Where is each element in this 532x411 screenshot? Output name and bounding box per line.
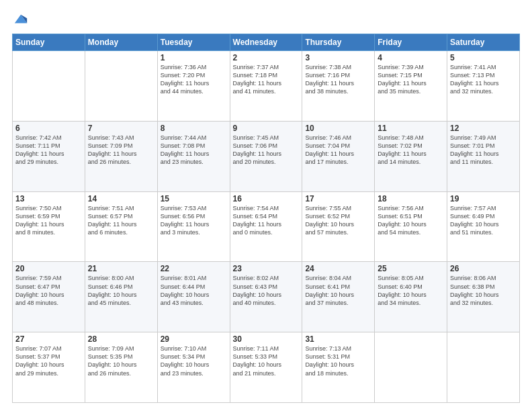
calendar-cell: 29Sunrise: 7:10 AMSunset: 5:34 PMDayligh… (157, 332, 230, 403)
page: SundayMondayTuesdayWednesdayThursdayFrid… (0, 0, 532, 411)
calendar-cell: 6Sunrise: 7:42 AMSunset: 7:11 PMDaylight… (13, 121, 85, 191)
calendar-cell: 21Sunrise: 8:00 AMSunset: 6:46 PMDayligh… (85, 262, 157, 332)
day-info: Sunrise: 7:42 AMSunset: 7:11 PMDaylight:… (15, 134, 82, 167)
day-number: 17 (305, 194, 371, 203)
calendar-cell: 14Sunrise: 7:51 AMSunset: 6:57 PMDayligh… (85, 191, 157, 262)
day-number: 11 (378, 124, 444, 133)
logo (12, 12, 28, 27)
day-info: Sunrise: 7:09 AMSunset: 5:35 PMDaylight:… (88, 345, 154, 377)
calendar-cell: 28Sunrise: 7:09 AMSunset: 5:35 PMDayligh… (85, 332, 157, 403)
calendar-cell: 18Sunrise: 7:56 AMSunset: 6:51 PMDayligh… (375, 191, 447, 262)
calendar-cell: 26Sunrise: 8:06 AMSunset: 6:38 PMDayligh… (447, 262, 520, 332)
calendar-cell: 8Sunrise: 7:44 AMSunset: 7:08 PMDaylight… (157, 121, 230, 191)
day-info: Sunrise: 7:53 AMSunset: 6:56 PMDaylight:… (161, 204, 227, 237)
day-number: 27 (15, 334, 82, 344)
day-info: Sunrise: 7:39 AMSunset: 7:15 PMDaylight:… (378, 63, 444, 96)
day-info: Sunrise: 7:11 AMSunset: 5:33 PMDaylight:… (233, 345, 300, 377)
day-info: Sunrise: 8:02 AMSunset: 6:43 PMDaylight:… (233, 274, 300, 307)
weekday-header-saturday: Saturday (447, 34, 520, 51)
weekday-header-wednesday: Wednesday (230, 34, 302, 51)
day-number: 13 (15, 194, 82, 203)
day-info: Sunrise: 8:00 AMSunset: 6:46 PMDaylight:… (88, 274, 154, 307)
day-info: Sunrise: 7:41 AMSunset: 7:13 PMDaylight:… (450, 63, 517, 96)
day-number: 26 (450, 264, 517, 273)
calendar-cell (13, 51, 85, 122)
day-info: Sunrise: 7:45 AMSunset: 7:06 PMDaylight:… (233, 134, 300, 167)
day-number: 25 (378, 264, 444, 273)
day-info: Sunrise: 7:36 AMSunset: 7:20 PMDaylight:… (161, 63, 227, 96)
day-number: 18 (378, 194, 444, 203)
calendar-cell: 1Sunrise: 7:36 AMSunset: 7:20 PMDaylight… (157, 51, 230, 122)
day-number: 6 (15, 124, 82, 133)
day-info: Sunrise: 7:50 AMSunset: 6:59 PMDaylight:… (15, 204, 82, 237)
day-info: Sunrise: 7:54 AMSunset: 6:54 PMDaylight:… (233, 204, 300, 237)
day-number: 7 (88, 124, 154, 133)
calendar-cell: 16Sunrise: 7:54 AMSunset: 6:54 PMDayligh… (230, 191, 302, 262)
day-info: Sunrise: 8:05 AMSunset: 6:40 PMDaylight:… (378, 274, 444, 307)
day-number: 2 (233, 53, 300, 62)
day-number: 5 (450, 53, 517, 62)
day-number: 8 (161, 124, 227, 133)
day-number: 21 (88, 264, 154, 273)
weekday-header-tuesday: Tuesday (157, 34, 230, 51)
week-row-5: 27Sunrise: 7:07 AMSunset: 5:37 PMDayligh… (13, 332, 520, 403)
day-info: Sunrise: 7:51 AMSunset: 6:57 PMDaylight:… (88, 204, 154, 237)
calendar-cell: 19Sunrise: 7:57 AMSunset: 6:49 PMDayligh… (447, 191, 520, 262)
day-number: 14 (88, 194, 154, 203)
day-number: 29 (161, 334, 227, 344)
weekday-header-thursday: Thursday (302, 34, 375, 51)
day-info: Sunrise: 8:01 AMSunset: 6:44 PMDaylight:… (161, 274, 227, 307)
day-number: 19 (450, 194, 517, 203)
calendar-cell: 25Sunrise: 8:05 AMSunset: 6:40 PMDayligh… (375, 262, 447, 332)
calendar-cell: 20Sunrise: 7:59 AMSunset: 6:47 PMDayligh… (13, 262, 85, 332)
day-number: 4 (378, 53, 444, 62)
day-info: Sunrise: 7:10 AMSunset: 5:34 PMDaylight:… (161, 345, 227, 377)
day-number: 10 (305, 124, 371, 133)
day-number: 28 (88, 334, 154, 344)
day-info: Sunrise: 7:38 AMSunset: 7:16 PMDaylight:… (305, 63, 371, 96)
day-number: 9 (233, 124, 300, 133)
calendar-cell: 2Sunrise: 7:37 AMSunset: 7:18 PMDaylight… (230, 51, 302, 122)
day-info: Sunrise: 7:43 AMSunset: 7:09 PMDaylight:… (88, 134, 154, 167)
weekday-header-sunday: Sunday (13, 34, 85, 51)
day-number: 3 (305, 53, 371, 62)
day-number: 31 (305, 334, 371, 344)
day-info: Sunrise: 7:49 AMSunset: 7:01 PMDaylight:… (450, 134, 517, 167)
calendar-cell: 9Sunrise: 7:45 AMSunset: 7:06 PMDaylight… (230, 121, 302, 191)
week-row-4: 20Sunrise: 7:59 AMSunset: 6:47 PMDayligh… (13, 262, 520, 332)
day-info: Sunrise: 7:48 AMSunset: 7:02 PMDaylight:… (378, 134, 444, 167)
calendar-cell: 15Sunrise: 7:53 AMSunset: 6:56 PMDayligh… (157, 191, 230, 262)
day-number: 16 (233, 194, 300, 203)
day-number: 30 (233, 334, 300, 344)
calendar-cell: 10Sunrise: 7:46 AMSunset: 7:04 PMDayligh… (302, 121, 375, 191)
calendar-cell: 23Sunrise: 8:02 AMSunset: 6:43 PMDayligh… (230, 262, 302, 332)
calendar-cell (447, 332, 520, 403)
week-row-2: 6Sunrise: 7:42 AMSunset: 7:11 PMDaylight… (13, 121, 520, 191)
calendar-cell: 7Sunrise: 7:43 AMSunset: 7:09 PMDaylight… (85, 121, 157, 191)
day-info: Sunrise: 7:55 AMSunset: 6:52 PMDaylight:… (305, 204, 371, 237)
day-info: Sunrise: 7:44 AMSunset: 7:08 PMDaylight:… (161, 134, 227, 167)
day-info: Sunrise: 7:56 AMSunset: 6:51 PMDaylight:… (378, 204, 444, 237)
week-row-1: 1Sunrise: 7:36 AMSunset: 7:20 PMDaylight… (13, 51, 520, 122)
calendar-cell: 12Sunrise: 7:49 AMSunset: 7:01 PMDayligh… (447, 121, 520, 191)
day-info: Sunrise: 7:37 AMSunset: 7:18 PMDaylight:… (233, 63, 300, 96)
weekday-header-monday: Monday (85, 34, 157, 51)
calendar-cell: 11Sunrise: 7:48 AMSunset: 7:02 PMDayligh… (375, 121, 447, 191)
calendar-cell: 17Sunrise: 7:55 AMSunset: 6:52 PMDayligh… (302, 191, 375, 262)
calendar-cell (85, 51, 157, 122)
calendar-cell: 22Sunrise: 8:01 AMSunset: 6:44 PMDayligh… (157, 262, 230, 332)
day-info: Sunrise: 7:13 AMSunset: 5:31 PMDaylight:… (305, 345, 371, 377)
day-number: 20 (15, 264, 82, 273)
day-info: Sunrise: 7:57 AMSunset: 6:49 PMDaylight:… (450, 204, 517, 237)
day-info: Sunrise: 7:59 AMSunset: 6:47 PMDaylight:… (15, 274, 82, 307)
calendar-cell: 30Sunrise: 7:11 AMSunset: 5:33 PMDayligh… (230, 332, 302, 403)
day-info: Sunrise: 7:46 AMSunset: 7:04 PMDaylight:… (305, 134, 371, 167)
weekday-header-row: SundayMondayTuesdayWednesdayThursdayFrid… (13, 34, 520, 51)
calendar-cell (375, 332, 447, 403)
calendar-cell: 31Sunrise: 7:13 AMSunset: 5:31 PMDayligh… (302, 332, 375, 403)
calendar-cell: 3Sunrise: 7:38 AMSunset: 7:16 PMDaylight… (302, 51, 375, 122)
calendar-cell: 13Sunrise: 7:50 AMSunset: 6:59 PMDayligh… (13, 191, 85, 262)
week-row-3: 13Sunrise: 7:50 AMSunset: 6:59 PMDayligh… (13, 191, 520, 262)
day-number: 22 (161, 264, 227, 273)
day-number: 1 (161, 53, 227, 62)
